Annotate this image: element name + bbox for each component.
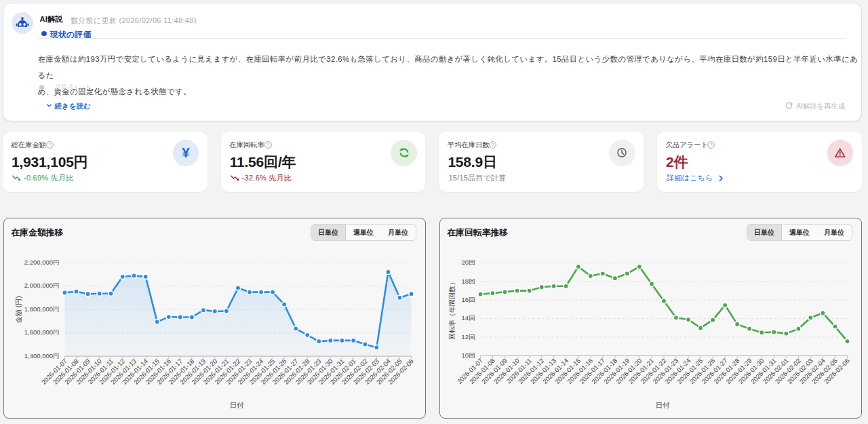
svg-text:?: ? (48, 142, 51, 149)
svg-text:?: ? (267, 142, 269, 149)
svg-text:2,000,000円: 2,000,000円 (24, 282, 59, 289)
svg-text:16回: 16回 (461, 296, 475, 303)
svg-text:回転率（年間回数）: 回転率（年間回数） (448, 279, 455, 340)
svg-text:金額 (円): 金額 (円) (15, 296, 22, 323)
svg-text:?: ? (710, 142, 713, 149)
svg-text:14回: 14回 (461, 314, 475, 322)
svg-text:10回: 10回 (461, 351, 475, 359)
svg-text:1,800,000円: 1,800,000円 (24, 305, 59, 313)
svg-text:日付: 日付 (229, 401, 244, 409)
svg-text:20回: 20回 (461, 258, 475, 266)
svg-text:1,600,000円: 1,600,000円 (24, 328, 59, 336)
svg-text:2,200,000円: 2,200,000円 (24, 258, 59, 266)
svg-text:日付: 日付 (655, 401, 670, 409)
svg-text:1,400,000円: 1,400,000円 (24, 352, 59, 360)
svg-text:?: ? (492, 142, 494, 149)
svg-text:18回: 18回 (461, 277, 475, 285)
svg-text:12回: 12回 (461, 333, 475, 341)
